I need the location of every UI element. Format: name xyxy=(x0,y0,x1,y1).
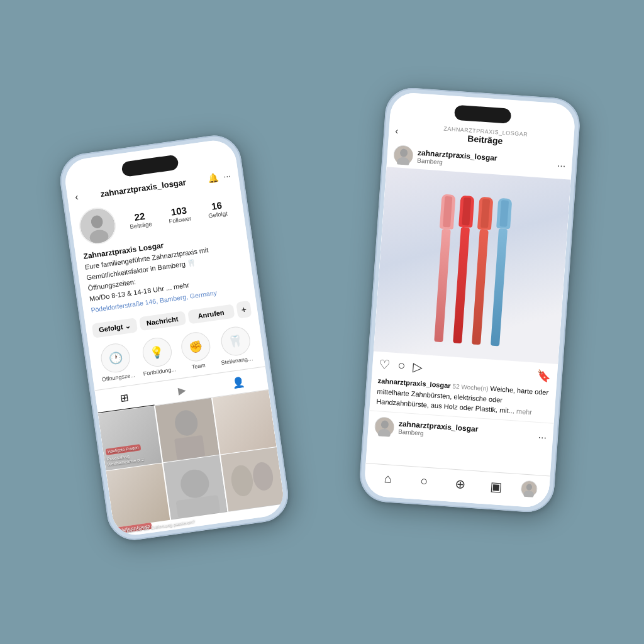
share-button[interactable]: ▷ xyxy=(413,359,423,375)
brush-handle-blue xyxy=(491,228,508,347)
brush-handle-red xyxy=(453,226,470,343)
nav-profile[interactable] xyxy=(521,480,538,497)
second-post-more-icon[interactable]: ··· xyxy=(538,431,547,443)
post-avatar xyxy=(393,145,413,165)
phone-left: ‹ zahnarztpraxis_losgar 🔔 ··· xyxy=(57,132,291,543)
toothbrush-container xyxy=(431,185,513,347)
phone-right: ‹ ZAHNARZTPRAXIS_LOSGAR Beiträge xyxy=(358,86,581,514)
nav-add[interactable]: ⊕ xyxy=(448,472,472,496)
brush-handle-coral xyxy=(472,230,489,345)
post-user-info: zahnarztpraxis_losgar Bamberg xyxy=(417,148,558,173)
profile-screen: ‹ zahnarztpraxis_losgar 🔔 ··· xyxy=(62,138,286,538)
grid-cell-3[interactable]: Was kam bei der Entfernung passieren? xyxy=(106,464,170,528)
bottom-nav: ⌂ ○ ⊕ ▣ xyxy=(364,463,550,508)
caption-more[interactable]: mehr xyxy=(516,408,533,416)
brush-handle-pink xyxy=(434,228,451,342)
phone-right-screen: ‹ ZAHNARZTPRAXIS_LOSGAR Beiträge xyxy=(364,92,576,509)
brush-head-blue xyxy=(496,198,512,229)
like-button[interactable]: ♡ xyxy=(379,357,391,372)
brush-head-coral xyxy=(477,196,494,230)
phone-left-screen: ‹ zahnarztpraxis_losgar 🔔 ··· xyxy=(62,138,286,538)
caption-time: 52 Woche(n) xyxy=(452,382,489,392)
nav-search[interactable]: ○ xyxy=(412,469,436,493)
scene: ‹ zahnarztpraxis_losgar 🔔 ··· xyxy=(64,55,580,589)
post-grid: Häufigste Fragen Praxisalltag Weisheitsz… xyxy=(98,390,285,528)
post-screen: ‹ ZAHNARZTPRAXIS_LOSGAR Beiträge xyxy=(364,92,576,509)
nav-home[interactable]: ⌂ xyxy=(375,467,399,491)
post-more-icon[interactable]: ··· xyxy=(557,160,566,172)
post-back-button[interactable]: ‹ xyxy=(395,125,399,136)
save-button[interactable]: 🔖 xyxy=(536,369,551,383)
grid-sub-3: Was kam bei der Entfernung passieren? xyxy=(117,506,170,528)
brush-head-pink xyxy=(440,194,456,229)
second-post-user-info: zahnarztpraxis_losgar Bamberg xyxy=(398,419,539,445)
brush-head-red xyxy=(458,195,474,227)
second-post-avatar xyxy=(374,416,394,436)
comment-button[interactable]: ○ xyxy=(397,358,406,374)
nav-reels[interactable]: ▣ xyxy=(484,474,508,498)
post-image xyxy=(374,167,571,364)
